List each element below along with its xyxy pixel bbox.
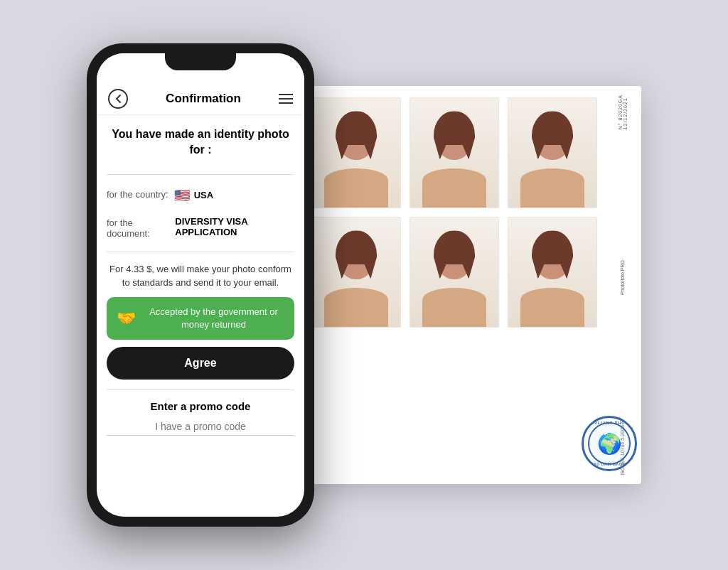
guarantee-banner: 🤝 Accepted by the government or money re… [107,297,294,340]
person-body-4 [324,288,388,327]
document-row: for the document: DIVERSITY VISA APPLICA… [107,213,294,242]
compliance-stamp: COMPLIANT PHOTOS 🌍 ICAO OACI MAO FO [582,416,638,473]
person-photo-5 [410,217,498,327]
divider-3 [107,389,294,390]
photo-row-2 [311,217,604,328]
person-body-2 [422,168,486,208]
person-body-3 [520,168,584,208]
phone-content: You have made an identity photo for : fo… [97,115,304,517]
menu-line-1 [279,94,293,95]
document-label: for the document: [107,216,169,239]
phone: Confirmation You have made an identity p… [87,43,314,527]
phone-screen: Confirmation You have made an identity p… [97,53,304,517]
divider-2 [107,252,294,252]
photo-grid [300,86,604,484]
promo-title: Enter a promo code [107,400,294,412]
print-sidebar: N° 82020GA 12/12/2021 Photo/foto PRO ISO… [604,86,641,484]
stamp-inner: 🌍 [588,422,631,465]
stamp-circle: COMPLIANT PHOTOS 🌍 ICAO OACI MAO FO [582,416,637,471]
document-value: DIVERSITY VISA APPLICATION [175,216,294,237]
promo-input[interactable] [107,418,294,436]
country-value: 🇺🇸 USA [174,188,213,203]
divider-1 [107,174,294,175]
photo-cell-3 [508,97,597,208]
menu-line-3 [279,102,293,104]
print-date: 12/12/2021 [623,97,628,129]
menu-line-2 [279,98,293,100]
guarantee-text: Accepted by the government or money retu… [143,306,284,331]
country-label: for the country: [107,188,168,200]
scene: Confirmation You have made an identity p… [0,0,728,570]
print-brand: Photo/foto PRO [619,260,626,295]
phone-notch [165,53,236,70]
print-number-text: N° 82020GA [618,95,623,129]
person-photo-6 [508,217,596,327]
price-text: For 4.33 $, we will make your photo conf… [107,262,294,290]
back-button[interactable] [108,89,128,109]
handshake-icon: 🤝 [117,309,136,328]
person-body-1 [324,168,388,208]
menu-button[interactable] [279,94,293,104]
person-photo-1 [312,98,400,208]
photo-print: N° 82020GA 12/12/2021 Photo/foto PRO ISO… [300,86,641,484]
stamp-text-top: COMPLIANT PHOTOS [583,421,635,425]
headline: You have made an identity photo for : [107,127,294,164]
nav-title: Confirmation [166,92,241,106]
person-body-5 [422,288,486,327]
promo-section: Enter a promo code [107,400,294,436]
person-body-6 [520,288,584,327]
person-photo-4 [312,217,400,327]
person-photo-3 [508,98,596,208]
brand-text: Photo/foto PRO [620,260,625,295]
flag-icon: 🇺🇸 [174,188,190,203]
stamp-text-bottom: ICAO OACI MAO FO [589,462,629,466]
person-photo-2 [410,98,498,208]
photo-cell-2 [410,97,499,208]
photo-cell-6 [508,217,597,328]
print-number: N° 82020GA 12/12/2021 [618,95,628,129]
photo-row-1 [311,97,604,208]
nav-bar: Confirmation [97,85,304,115]
photo-cell-4 [311,217,401,328]
photo-cell-5 [410,217,499,328]
photo-cell-1 [311,97,401,208]
country-row: for the country: 🇺🇸 USA [107,185,294,206]
globe-icon: 🌍 [597,432,622,456]
agree-button[interactable]: Agree [107,347,294,380]
country-name: USA [194,190,213,200]
